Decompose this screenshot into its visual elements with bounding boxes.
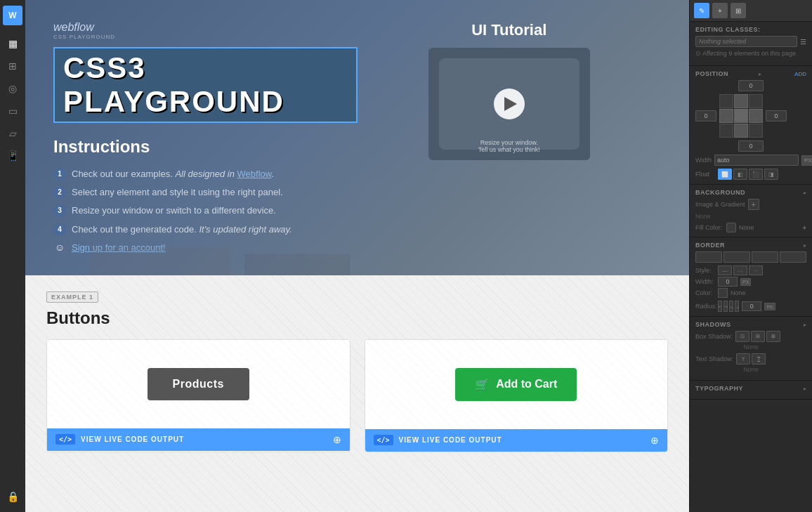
position-add-btn[interactable]: ADD (794, 71, 806, 77)
position-bottom-input[interactable] (738, 140, 764, 152)
float-right-btn[interactable]: ◨ (764, 169, 778, 180)
panel-tool-nav[interactable]: ⊞ (731, 3, 746, 18)
panel-tool-add[interactable]: + (712, 3, 728, 18)
text-shadow-row: Text Shadow: T T̲ (695, 353, 806, 365)
border-cell-1[interactable] (695, 251, 722, 263)
sidebar-icon-lock[interactable]: 🔒 (3, 487, 22, 506)
typography-header[interactable]: TYPOGRAPHY ▸ (695, 385, 806, 392)
pos-cell-tr (749, 94, 763, 108)
border-header[interactable]: BORDER ▸ (695, 242, 806, 249)
sidebar-icon-mobile[interactable]: 📱 (3, 146, 22, 166)
hero-right: UI Tutorial Resize your window.Tell us w… (358, 21, 662, 160)
webflow-sub-text: CSS Playground (53, 34, 358, 40)
sidebar-icon-tablet[interactable]: ▱ (3, 124, 22, 143)
border-width-row: Width: PX (695, 277, 806, 287)
typography-title: TYPOGRAPHY (695, 385, 743, 392)
signup-link[interactable]: Sign up for an account! (72, 242, 166, 254)
add-to-cart-button[interactable]: 🛒 Add to Cart (455, 368, 577, 401)
position-header[interactable]: POSITION ▸ ADD (695, 70, 806, 77)
border-radius-row: Radius: ⌐ ¬ ⌞ ⌟ Inc (695, 301, 806, 312)
box-shadow-btn-3[interactable]: ⊠ (766, 331, 780, 342)
border-cell-2[interactable] (723, 251, 750, 263)
sidebar-icon-elements[interactable]: ⊞ (3, 56, 22, 76)
radius-cell-1[interactable]: ⌐ (718, 301, 722, 312)
border-radius-input[interactable] (742, 301, 761, 311)
code-bar-addtocart[interactable]: </> VIEW LIVE CODE OUTPUT ⊕ (365, 429, 668, 452)
webflow-brand: webflow CSS Playground (53, 21, 358, 40)
code-expand-icon-products[interactable]: ⊕ (333, 434, 341, 445)
webflow-logo-text: webflow (53, 21, 358, 34)
float-label: Float (695, 171, 715, 178)
float-row: Float ⬜ ◧ ⬛ ◨ (695, 169, 806, 180)
border-style-solid[interactable]: — (718, 265, 732, 275)
play-button[interactable] (494, 88, 525, 119)
image-gradient-add[interactable]: + (748, 199, 759, 210)
pos-cell-bl (719, 124, 733, 138)
panel-tool-style[interactable]: ✎ (694, 3, 709, 18)
position-left-input[interactable] (695, 110, 716, 122)
radius-cell-4[interactable]: ⌟ (735, 301, 739, 312)
float-left-btn[interactable]: ◧ (733, 169, 747, 180)
webflow-link[interactable]: Webflow (237, 169, 272, 179)
affecting-label: Affecting 9 elements on this page (702, 50, 796, 57)
code-expand-icon-addtocart[interactable]: ⊕ (650, 435, 659, 446)
border-width-input[interactable] (718, 277, 738, 287)
text-shadow-btn-1[interactable]: T (736, 353, 750, 365)
position-section: POSITION ▸ ADD (690, 66, 812, 185)
shadows-arrow: ▸ (804, 322, 806, 328)
sidebar-icon-preview[interactable]: ◎ (3, 79, 22, 98)
position-right-input[interactable] (766, 110, 787, 122)
class-input[interactable] (695, 36, 797, 47)
radius-cell-2[interactable]: ¬ (723, 301, 728, 312)
canvas-area: webflow CSS Playground CSS3 PLAYGROUND I… (25, 0, 689, 512)
position-middle-row (695, 94, 806, 138)
editing-classes-section: Editing Classes: ☰ ⊙ Affecting 9 element… (690, 22, 812, 66)
fill-add-btn[interactable]: + (802, 224, 806, 232)
background-title: BACKGROUND (695, 189, 745, 196)
float-center-btn[interactable]: ⬛ (749, 169, 763, 180)
class-menu-button[interactable]: ☰ (800, 38, 806, 46)
position-top-input[interactable] (738, 80, 764, 91)
typography-section: TYPOGRAPHY ▸ (690, 381, 812, 400)
instruction-text-4: Check out the generated code. It's updat… (72, 223, 292, 236)
typography-arrow: ▸ (804, 386, 806, 392)
code-bar-products[interactable]: </> VIEW LIVE CODE OUTPUT ⊕ (47, 428, 350, 451)
fill-color-row: Fill Color: None + (695, 223, 806, 232)
instruction-text-3: Resize your window or switch to a differ… (72, 204, 276, 217)
border-cell-4[interactable] (780, 251, 806, 263)
border-style-dotted[interactable]: ··· (749, 265, 763, 275)
float-buttons: ⬜ ◧ ⬛ ◨ (718, 169, 778, 180)
width-label: Width (695, 157, 712, 164)
button-demo-addtocart: 🛒 Add to Cart (365, 340, 668, 429)
webflow-logo-icon[interactable]: W (3, 6, 22, 25)
width-input[interactable] (714, 155, 799, 166)
shadows-section: SHADOWS ▸ Box Shadow: ⊡ ⊞ ⊠ None Text Sh… (690, 317, 812, 381)
hero-left: webflow CSS Playground CSS3 PLAYGROUND I… (53, 21, 358, 254)
video-thumbnail[interactable]: Resize your window.Tell us what you thin… (428, 48, 590, 160)
position-top-input-row (695, 80, 806, 91)
border-box-grid (695, 251, 806, 263)
border-cell-3[interactable] (752, 251, 778, 263)
float-none-btn[interactable]: ⬜ (718, 169, 732, 180)
products-button[interactable]: Products (148, 368, 249, 400)
radius-cell-3[interactable]: ⌞ (729, 301, 733, 312)
instruction-num-4: 4 (53, 223, 66, 236)
background-header[interactable]: BACKGROUND ▸ (695, 189, 806, 196)
video-overlay-text: Resize your window.Tell us what you thin… (478, 139, 540, 153)
sidebar-icon-select[interactable]: ▦ (3, 34, 22, 53)
sidebar-icon-desktop[interactable]: ▭ (3, 101, 22, 121)
main-title[interactable]: CSS3 PLAYGROUND (53, 47, 358, 123)
border-style-dashed[interactable]: - - (733, 265, 747, 275)
button-card-addtocart: 🛒 Add to Cart </> VIEW LIVE CODE OUTPUT … (365, 339, 669, 452)
box-shadow-btn-2[interactable]: ⊞ (751, 331, 765, 342)
border-width-label: Width: (695, 278, 715, 285)
affecting-text: ⊙ Affecting 9 elements on this page (695, 50, 806, 57)
shadows-header[interactable]: SHADOWS ▸ (695, 321, 806, 328)
image-gradient-label: Image & Gradient (695, 201, 745, 208)
fill-color-swatch[interactable] (726, 223, 736, 232)
border-color-swatch[interactable] (718, 288, 728, 298)
text-shadow-btn-2[interactable]: T̲ (752, 353, 766, 365)
bg-none-text: None (695, 213, 806, 220)
instruction-item-2: 2 Select any element and style it using … (53, 186, 358, 199)
box-shadow-btn-1[interactable]: ⊡ (735, 331, 749, 342)
